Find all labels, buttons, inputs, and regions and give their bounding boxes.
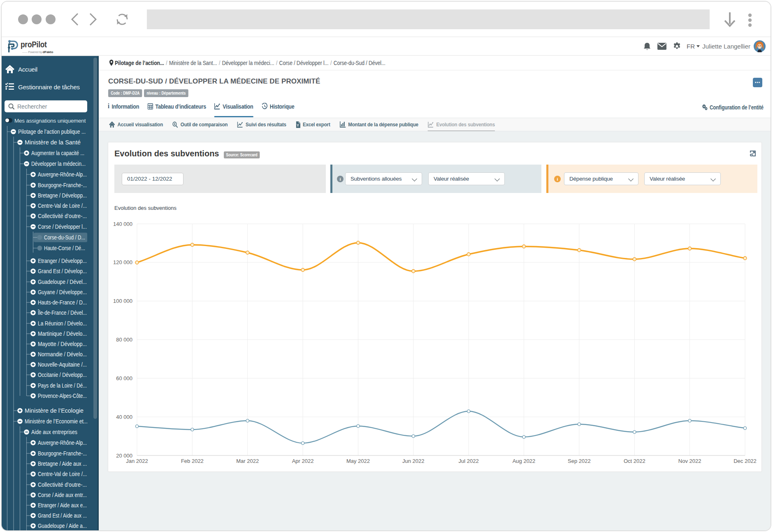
svg-text:Ministère de la Santé: Ministère de la Santé xyxy=(25,139,81,146)
svg-text:Aug 2022: Aug 2022 xyxy=(513,458,536,464)
svg-text:Collectivité d’outre-...: Collectivité d’outre-... xyxy=(38,481,87,488)
svg-text:Auvergne-Rhône-Alp...: Auvergne-Rhône-Alp... xyxy=(38,439,87,446)
svg-text:80 000: 80 000 xyxy=(116,337,132,343)
svg-text:Occitanie / Développ...: Occitanie / Développ... xyxy=(38,372,87,378)
svg-text:Pilotage de l’action publique: Pilotage de l’action publique ... xyxy=(18,128,86,135)
svg-text:Ministère de l’Ecologie: Ministère de l’Ecologie xyxy=(25,407,84,414)
svg-text:100 000: 100 000 xyxy=(113,298,132,304)
svg-text:Corse / Aide aux entr...: Corse / Aide aux entr... xyxy=(38,492,87,498)
svg-text:Mar 2022: Mar 2022 xyxy=(236,458,259,464)
svg-text:Bourgogne-Franche-...: Bourgogne-Franche-... xyxy=(38,450,87,457)
svg-text:Haute-Corse / Dé...: Haute-Corse / Dé... xyxy=(44,245,85,251)
svg-text:Etranger / Développ...: Etranger / Développ... xyxy=(38,258,87,264)
svg-text:Grand Est / Dévelop...: Grand Est / Dévelop... xyxy=(38,268,87,274)
svg-text:Jan 2022: Jan 2022 xyxy=(126,458,148,464)
svg-text:May 2022: May 2022 xyxy=(346,458,370,464)
svg-text:Guyane / Développe...: Guyane / Développe... xyxy=(38,289,87,295)
svg-text:Augmenter la capacité ...: Augmenter la capacité ... xyxy=(31,150,84,156)
svg-text:Corse / Développer l...: Corse / Développer l... xyxy=(38,223,87,230)
svg-text:Sep 2022: Sep 2022 xyxy=(568,458,591,464)
svg-text:Nouvelle-Aquitaine /...: Nouvelle-Aquitaine /... xyxy=(38,361,87,368)
svg-text:Pays de la Loire / Dé...: Pays de la Loire / Dé... xyxy=(38,382,87,389)
svg-text:Ministère de l’Economie et...: Ministère de l’Economie et... xyxy=(25,418,88,425)
svg-text:Centre-Val de Loire /...: Centre-Val de Loire /... xyxy=(38,202,87,209)
svg-text:120 000: 120 000 xyxy=(113,259,132,265)
svg-text:Dec 2022: Dec 2022 xyxy=(734,458,757,464)
svg-text:Hauts-de-France / D...: Hauts-de-France / D... xyxy=(38,299,87,306)
svg-text:Apr 2022: Apr 2022 xyxy=(292,458,314,464)
svg-text:60 000: 60 000 xyxy=(116,375,132,381)
svg-text:40 000: 40 000 xyxy=(116,414,132,420)
svg-text:Aide aux entreprises: Aide aux entreprises xyxy=(31,429,77,435)
svg-text:Bretagne / Développ...: Bretagne / Développ... xyxy=(38,192,87,199)
svg-text:Provence-Alpes-Côte...: Provence-Alpes-Côte... xyxy=(38,393,87,399)
svg-text:La Réunion / Dévelo...: La Réunion / Dévelo... xyxy=(38,320,87,327)
svg-text:Grand Est / Aide aux ...: Grand Est / Aide aux ... xyxy=(38,512,87,519)
svg-text:Auvergne-Rhône-Alp...: Auvergne-Rhône-Alp... xyxy=(38,171,87,178)
svg-text:140 000: 140 000 xyxy=(113,221,132,227)
svg-text:Jun 2022: Jun 2022 xyxy=(402,458,425,464)
svg-text:Guadeloupe / Aide a...: Guadeloupe / Aide a... xyxy=(38,523,87,529)
svg-text:Corse-du-Sud / D...: Corse-du-Sud / D... xyxy=(44,234,85,241)
svg-text:Développer la médecin...: Développer la médecin... xyxy=(31,160,86,167)
svg-text:Bretagne / Aide aux ...: Bretagne / Aide aux ... xyxy=(38,460,87,467)
svg-text:Normandie / Dévelo...: Normandie / Dévelo... xyxy=(38,351,87,358)
svg-text:Etranger / Aide aux e...: Etranger / Aide aux e... xyxy=(38,502,87,509)
svg-text:Nov 2022: Nov 2022 xyxy=(678,458,701,464)
svg-text:Île-de-France / Dével...: Île-de-France / Dével... xyxy=(37,309,87,316)
svg-text:Oct 2022: Oct 2022 xyxy=(624,458,645,464)
svg-text:Guadeloupe / Dével...: Guadeloupe / Dével... xyxy=(38,279,87,285)
svg-text:Collectivité d’outre-...: Collectivité d’outre-... xyxy=(38,213,87,219)
svg-text:Jul 2022: Jul 2022 xyxy=(459,458,479,464)
svg-text:Centre-Val de Loire /...: Centre-Val de Loire /... xyxy=(38,471,87,477)
svg-text:Mayotte / Développ...: Mayotte / Développ... xyxy=(38,341,87,347)
svg-text:Bourgogne-Franche-...: Bourgogne-Franche-... xyxy=(38,182,87,188)
svg-text:Feb 2022: Feb 2022 xyxy=(181,458,204,464)
svg-text:Martinique / Dévelo...: Martinique / Dévelo... xyxy=(38,330,87,337)
